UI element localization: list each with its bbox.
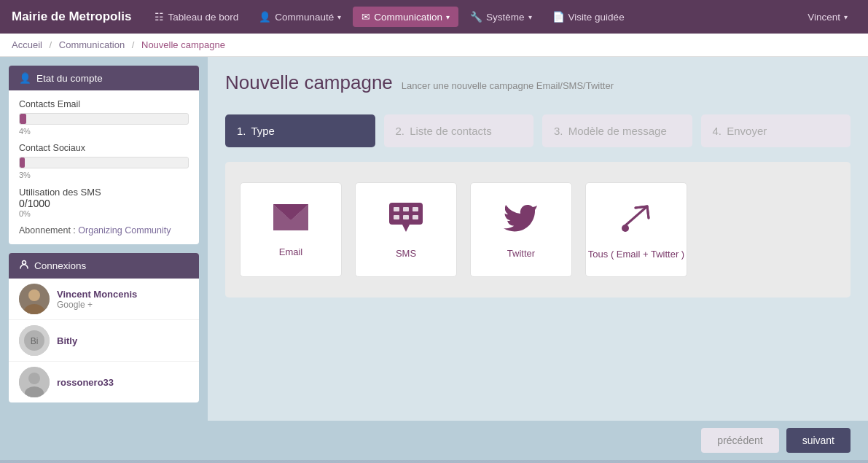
wrench-icon: 🔧	[470, 11, 482, 23]
chevron-down-icon: ▾	[337, 13, 341, 21]
svg-point-17	[622, 225, 629, 232]
content-area: Nouvelle campagne Lancer une nouvelle ca…	[208, 57, 868, 421]
prev-button[interactable]: précédent	[701, 428, 778, 453]
email-type-icon	[272, 203, 310, 239]
guide-icon: 📄	[552, 11, 565, 23]
community-icon: 👤	[259, 11, 271, 23]
svg-point-8	[28, 373, 40, 384]
svg-rect-15	[403, 215, 409, 219]
type-card-all[interactable]: Tous ( Email + Twitter )	[585, 182, 687, 277]
avatar-vincent	[19, 284, 50, 314]
svg-point-2	[28, 289, 40, 301]
type-card-sms[interactable]: SMS	[355, 182, 457, 277]
svg-rect-14	[394, 215, 399, 219]
svg-rect-12	[403, 207, 409, 211]
account-card-header: 👤 Etat du compte	[9, 66, 199, 90]
person-icon: 👤	[19, 72, 31, 84]
svg-rect-11	[394, 207, 399, 211]
contacts-email-fill	[20, 114, 26, 124]
contacts-email-progress	[19, 113, 189, 125]
topnav: Mairie de Metropolis ☷ Tableau de bord 👤…	[0, 0, 868, 34]
main-layout: 👤 Etat du compte Contacts Email 4% Conta…	[0, 57, 868, 460]
page-title-row: Nouvelle campagne Lancer une nouvelle ca…	[225, 71, 851, 94]
email-icon: ✉	[361, 11, 370, 23]
page-title: Nouvelle campagne	[225, 71, 393, 94]
chevron-down-icon: ▾	[844, 13, 848, 21]
step-3-label: Modèle de message	[568, 125, 667, 137]
step-4-number: 4.	[713, 125, 722, 137]
page-subtitle: Lancer une nouvelle campagne Email/SMS/T…	[402, 80, 614, 91]
step-2-label: Liste de contacts	[410, 125, 492, 137]
chevron-down-icon: ▾	[528, 13, 532, 21]
breadcrumb: Accueil / Communication / Nouvelle campa…	[0, 34, 868, 57]
breadcrumb-home[interactable]: Accueil	[12, 39, 42, 50]
nav-communaute[interactable]: 👤 Communauté ▾	[250, 7, 350, 27]
contacts-sociaux-label: Contact Sociaux	[19, 143, 189, 153]
abonnement-link[interactable]: Organizing Community	[78, 225, 171, 236]
breadcrumb-sep1: /	[50, 39, 52, 50]
nav-systeme[interactable]: 🔧 Système ▾	[461, 7, 541, 27]
abonnement: Abonnement : Organizing Community	[19, 225, 189, 236]
step-3-number: 3.	[554, 125, 563, 137]
nav-visite-guidee[interactable]: 📄 Visite guidée	[544, 7, 633, 27]
nav-tableau-de-bord[interactable]: ☷ Tableau de bord	[146, 7, 247, 27]
step-3-button[interactable]: 3. Modèle de message	[542, 114, 692, 147]
step-2-button[interactable]: 2. Liste de contacts	[384, 114, 534, 147]
type-panel: Email	[225, 162, 851, 297]
nav-items: ☷ Tableau de bord 👤 Communauté ▾ ✉ Commu…	[146, 7, 799, 27]
connections-card: Connexions Vincent Moncenis Google +	[9, 253, 199, 402]
connection-item: Bi Bitly	[9, 320, 199, 362]
connection-info-rossonero: rossonero33	[57, 377, 114, 388]
contacts-email-label: Contacts Email	[19, 99, 189, 109]
contacts-sociaux-fill	[20, 157, 25, 168]
sms-type-icon	[388, 201, 424, 241]
svg-point-0	[23, 261, 26, 265]
svg-rect-13	[413, 207, 418, 211]
svg-rect-10	[389, 203, 423, 225]
type-card-twitter[interactable]: Twitter	[470, 182, 572, 277]
connection-info-vincent: Vincent Moncenis Google +	[57, 289, 137, 310]
connection-item: Vincent Moncenis Google +	[9, 279, 199, 320]
chevron-down-icon: ▾	[446, 13, 450, 21]
nav-communication[interactable]: ✉ Communication ▾	[353, 7, 458, 27]
sms-label: Utilisation des SMS	[19, 187, 189, 198]
type-card-email[interactable]: Email	[240, 182, 342, 277]
connection-item: rossonero33	[9, 362, 199, 402]
step-4-label: Envoyer	[727, 125, 767, 137]
dashboard-icon: ☷	[155, 11, 164, 23]
twitter-type-label: Twitter	[507, 248, 535, 259]
account-card: 👤 Etat du compte Contacts Email 4% Conta…	[9, 66, 199, 244]
account-card-body: Contacts Email 4% Contact Sociaux 3% Uti…	[9, 90, 199, 244]
svg-rect-16	[413, 215, 418, 219]
sms-type-label: SMS	[396, 248, 416, 259]
all-type-icon	[618, 201, 654, 241]
sidebar: 👤 Etat du compte Contacts Email 4% Conta…	[0, 57, 208, 460]
brand: Mairie de Metropolis	[12, 9, 131, 24]
breadcrumb-current: Nouvelle campagne	[141, 39, 225, 50]
svg-text:Bi: Bi	[31, 336, 39, 346]
email-type-label: Email	[279, 246, 303, 257]
step-4-button[interactable]: 4. Envoyer	[701, 114, 851, 147]
connection-info-bitly: Bitly	[57, 335, 77, 346]
sms-pct: 0%	[19, 209, 189, 218]
breadcrumb-sep2: /	[132, 39, 135, 50]
sms-count: 0/1000	[19, 198, 189, 209]
contacts-email-pct: 4%	[19, 127, 189, 136]
avatar-bitly: Bi	[19, 325, 50, 356]
connections-icon	[19, 260, 29, 272]
content: Nouvelle campagne Lancer une nouvelle ca…	[208, 57, 868, 460]
step-1-label: Type	[251, 125, 275, 137]
all-type-label: Tous ( Email + Twitter )	[588, 249, 684, 260]
step-2-number: 2.	[396, 125, 405, 137]
step-1-button[interactable]: 1. Type	[225, 114, 375, 147]
step-1-number: 1.	[237, 125, 246, 137]
next-button[interactable]: suivant	[786, 428, 851, 453]
user-menu[interactable]: Vincent ▾	[799, 7, 856, 27]
twitter-type-icon	[502, 201, 540, 241]
bottom-bar: précédent suivant	[208, 421, 868, 460]
breadcrumb-communication[interactable]: Communication	[59, 39, 125, 50]
contacts-sociaux-pct: 3%	[19, 171, 189, 179]
connections-header: Connexions	[9, 253, 199, 279]
contacts-sociaux-progress	[19, 157, 189, 168]
avatar-rossonero	[19, 367, 50, 397]
